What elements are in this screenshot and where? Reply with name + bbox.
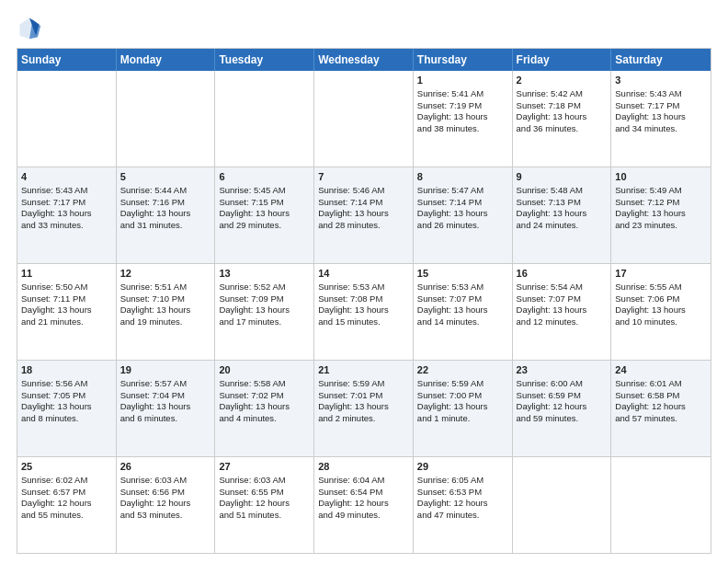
day-number: 1 xyxy=(417,74,508,87)
day-info-line: Sunset: 6:58 PM xyxy=(615,390,707,402)
cal-cell-r4c3: 28Sunrise: 6:04 AMSunset: 6:54 PMDayligh… xyxy=(314,457,414,553)
header-day-wednesday: Wednesday xyxy=(314,49,414,71)
cal-cell-r4c6 xyxy=(611,457,711,553)
day-number: 29 xyxy=(417,460,508,474)
day-info-line: and 15 minutes. xyxy=(318,316,409,328)
day-number: 9 xyxy=(517,170,608,184)
day-info-line: and 8 minutes. xyxy=(21,413,112,425)
day-info-line: and 21 minutes. xyxy=(21,316,112,328)
logo xyxy=(17,15,46,40)
day-number: 17 xyxy=(615,267,707,281)
cal-cell-r3c2: 20Sunrise: 5:58 AMSunset: 7:02 PMDayligh… xyxy=(215,361,314,456)
day-number: 10 xyxy=(615,170,707,184)
day-info-line: Daylight: 13 hours xyxy=(517,304,608,316)
cal-cell-r1c1: 5Sunrise: 5:44 AMSunset: 7:16 PMDaylight… xyxy=(117,167,216,263)
cal-cell-r0c4: 1Sunrise: 5:41 AMSunset: 7:19 PMDaylight… xyxy=(414,71,513,167)
day-info-line: and 12 minutes. xyxy=(517,316,608,328)
day-info-line: and 38 minutes. xyxy=(417,123,508,135)
day-info-line: Sunrise: 6:04 AM xyxy=(318,475,409,487)
cal-cell-r2c3: 14Sunrise: 5:53 AMSunset: 7:08 PMDayligh… xyxy=(314,264,414,360)
day-info-line: Daylight: 13 hours xyxy=(120,401,211,413)
day-info-line: Sunrise: 5:53 AM xyxy=(417,282,508,293)
day-number: 6 xyxy=(219,170,310,184)
day-info-line: Daylight: 13 hours xyxy=(417,208,508,220)
day-info-line: and 55 minutes. xyxy=(21,510,112,522)
day-number: 21 xyxy=(318,363,409,377)
cal-cell-r2c1: 12Sunrise: 5:51 AMSunset: 7:10 PMDayligh… xyxy=(117,264,216,360)
header-day-sunday: Sunday xyxy=(17,49,117,71)
day-info-line: Sunset: 7:12 PM xyxy=(615,197,707,209)
cal-cell-r3c1: 19Sunrise: 5:57 AMSunset: 7:04 PMDayligh… xyxy=(117,361,216,456)
day-number: 24 xyxy=(615,363,707,377)
day-info-line: Daylight: 13 hours xyxy=(517,208,608,220)
day-number: 15 xyxy=(417,267,508,281)
day-info-line: Sunset: 7:14 PM xyxy=(417,197,508,209)
day-info-line: Daylight: 12 hours xyxy=(517,401,608,413)
day-info-line: and 14 minutes. xyxy=(417,316,508,328)
day-info-line: Sunrise: 5:57 AM xyxy=(120,378,211,390)
day-info-line: Sunset: 7:06 PM xyxy=(615,293,707,305)
day-info-line: and 1 minute. xyxy=(417,413,508,425)
day-info-line: Sunset: 6:56 PM xyxy=(120,487,211,499)
day-number: 13 xyxy=(219,267,310,281)
day-number: 11 xyxy=(21,267,112,281)
day-info-line: and 28 minutes. xyxy=(318,220,409,232)
day-info-line: Sunrise: 5:41 AM xyxy=(417,88,508,100)
day-info-line: Daylight: 12 hours xyxy=(219,498,310,510)
day-number: 19 xyxy=(120,363,211,377)
day-number: 2 xyxy=(517,74,608,87)
day-info-line: Sunrise: 5:55 AM xyxy=(615,282,707,293)
day-number: 12 xyxy=(120,267,211,281)
day-info-line: Daylight: 12 hours xyxy=(615,401,707,413)
header-day-saturday: Saturday xyxy=(611,49,711,71)
day-info-line: Sunset: 7:08 PM xyxy=(318,293,409,305)
day-number: 26 xyxy=(120,460,211,474)
day-info-line: Sunrise: 5:56 AM xyxy=(21,378,112,390)
day-info-line: and 29 minutes. xyxy=(219,220,310,232)
day-info-line: Sunrise: 6:02 AM xyxy=(21,475,112,487)
day-info-line: Daylight: 13 hours xyxy=(21,304,112,316)
day-info-line: Sunset: 7:15 PM xyxy=(219,197,310,209)
cal-cell-r1c5: 9Sunrise: 5:48 AMSunset: 7:13 PMDaylight… xyxy=(513,167,612,263)
day-info-line: Sunrise: 5:54 AM xyxy=(517,282,608,293)
cal-cell-r3c0: 18Sunrise: 5:56 AMSunset: 7:05 PMDayligh… xyxy=(17,361,117,456)
day-number: 16 xyxy=(517,267,608,281)
day-info-line: Sunrise: 5:43 AM xyxy=(615,88,707,100)
day-info-line: Sunrise: 5:47 AM xyxy=(417,185,508,197)
day-info-line: Daylight: 13 hours xyxy=(120,304,211,316)
day-number: 3 xyxy=(615,74,707,87)
cal-cell-r0c6: 3Sunrise: 5:43 AMSunset: 7:17 PMDaylight… xyxy=(611,71,711,167)
day-info-line: Daylight: 13 hours xyxy=(318,304,409,316)
day-info-line: Daylight: 13 hours xyxy=(517,111,608,123)
day-info-line: Sunrise: 6:00 AM xyxy=(517,378,608,390)
day-info-line: and 47 minutes. xyxy=(417,510,508,522)
cal-cell-r0c3 xyxy=(314,71,414,167)
day-info-line: Daylight: 13 hours xyxy=(219,304,310,316)
day-info-line: and 23 minutes. xyxy=(615,220,707,232)
cal-cell-r1c6: 10Sunrise: 5:49 AMSunset: 7:12 PMDayligh… xyxy=(611,167,711,263)
day-info-line: Sunset: 6:54 PM xyxy=(318,487,409,499)
day-info-line: Sunset: 7:00 PM xyxy=(417,390,508,402)
cal-cell-r4c2: 27Sunrise: 6:03 AMSunset: 6:55 PMDayligh… xyxy=(215,457,314,553)
day-info-line: Sunset: 7:09 PM xyxy=(219,293,310,305)
cal-cell-r0c5: 2Sunrise: 5:42 AMSunset: 7:18 PMDaylight… xyxy=(513,71,612,167)
calendar-row-0: 1Sunrise: 5:41 AMSunset: 7:19 PMDaylight… xyxy=(17,71,711,167)
day-info-line: Daylight: 13 hours xyxy=(417,304,508,316)
day-number: 4 xyxy=(21,170,112,184)
day-info-line: Sunrise: 6:01 AM xyxy=(615,378,707,390)
day-info-line: and 33 minutes. xyxy=(21,220,112,232)
day-info-line: Sunset: 7:19 PM xyxy=(417,100,508,112)
day-info-line: Sunset: 7:17 PM xyxy=(615,100,707,112)
calendar-row-2: 11Sunrise: 5:50 AMSunset: 7:11 PMDayligh… xyxy=(17,263,711,360)
cal-cell-r1c2: 6Sunrise: 5:45 AMSunset: 7:15 PMDaylight… xyxy=(215,167,314,263)
day-info-line: and 53 minutes. xyxy=(120,510,211,522)
day-number: 18 xyxy=(21,363,112,377)
day-info-line: Sunset: 7:07 PM xyxy=(417,293,508,305)
day-info-line: Sunset: 7:05 PM xyxy=(21,390,112,402)
calendar-body: 1Sunrise: 5:41 AMSunset: 7:19 PMDaylight… xyxy=(17,71,711,553)
day-info-line: Daylight: 13 hours xyxy=(417,401,508,413)
day-info-line: Sunset: 6:53 PM xyxy=(417,487,508,499)
day-number: 5 xyxy=(120,170,211,184)
day-info-line: and 24 minutes. xyxy=(517,220,608,232)
day-info-line: Sunset: 7:13 PM xyxy=(517,197,608,209)
